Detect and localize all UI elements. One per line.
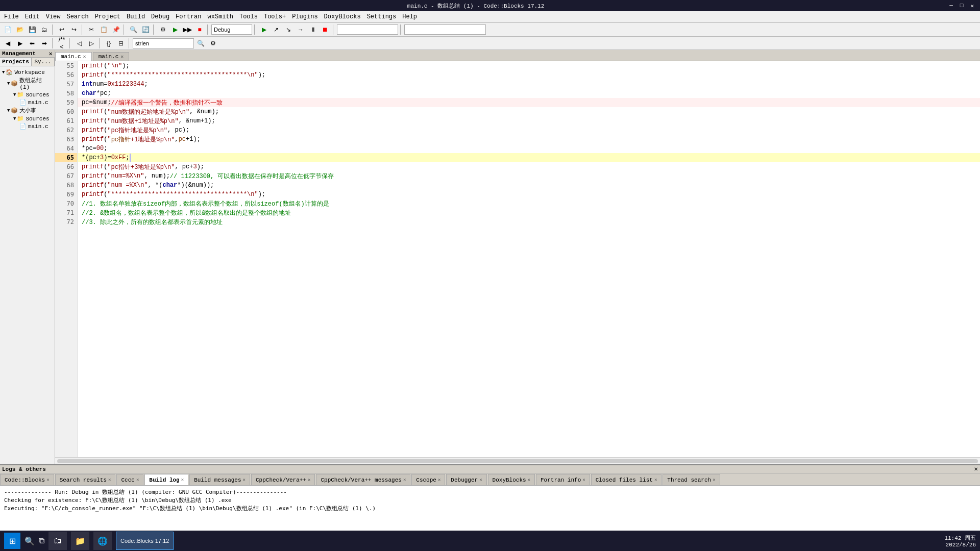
code-editor[interactable]: 55 56 57 58 59 60 61 62 63 64 65 66 67 6… [55,61,980,457]
tab-close-1[interactable]: ✕ [120,54,124,60]
build-btn[interactable]: ⚙ [157,24,168,35]
log-tab-close-threadsearch[interactable]: ✕ [713,477,715,483]
tree-mainc1[interactable]: 📄 main.c [1,98,54,106]
debug-stop-btn[interactable]: ⏹ [320,24,331,35]
debug-step-btn[interactable]: ↘ [283,24,294,35]
undo-btn[interactable]: ↩ [56,24,67,35]
tab-close-0[interactable]: ✕ [83,54,86,60]
log-tab-cscope[interactable]: Cscope✕ [411,474,445,485]
log-tab-close-cppcheck-msg[interactable]: ✕ [403,477,406,483]
log-tab-cppcheck-msg[interactable]: CppCheck/Vera++ messages✕ [316,474,410,485]
log-tab-close-cccc[interactable]: ✕ [136,477,139,483]
close-log-btn[interactable]: ✕ [974,466,978,472]
menu-search[interactable]: Search [63,12,91,21]
menu-build[interactable]: Build [124,12,148,21]
debug-next-btn[interactable]: → [295,24,306,35]
open-btn[interactable]: 📂 [14,24,26,35]
stop-btn[interactable]: ■ [194,24,205,35]
debug-btn[interactable]: ▶ [258,24,270,35]
taskbar-app-3[interactable]: 🌐 [93,532,112,550]
editor-tab-1[interactable]: main.c ✕ [93,52,130,61]
cut-btn[interactable]: ✂ [86,24,97,35]
log-tab-close-cscope[interactable]: ✕ [438,477,440,483]
search-btn[interactable]: 🔍 [195,38,206,49]
tab-symbols[interactable]: Sy... [32,58,55,66]
jump-fwd[interactable]: ➡ [39,38,50,49]
tree-dazi[interactable]: ▼ 📦 大小事 [1,106,54,115]
scope-combo[interactable]: <global> [337,24,398,35]
tree-project[interactable]: ▼ 📦 数组总结 (1) [1,76,54,91]
taskbar-app-1[interactable]: 🗂 [48,532,67,550]
menu-tools[interactable]: Tools [236,12,261,21]
paste-btn[interactable]: 📌 [110,24,121,35]
minimize-btn[interactable]: ─ [947,3,955,9]
copy-btn[interactable]: 📋 [98,24,109,35]
tree-mainc2[interactable]: 📄 main.c [1,122,54,130]
h-scrollbar-track[interactable] [57,459,978,463]
menu-plugins[interactable]: Plugins [289,12,321,21]
menu-fortran[interactable]: Fortran [173,12,204,21]
start-btn[interactable]: ⊞ [4,533,20,549]
save-all-btn[interactable]: 🗂 [39,24,50,35]
menu-project[interactable]: Project [92,12,124,21]
menu-view[interactable]: View [43,12,64,21]
bookmark-prev[interactable]: ◀ [2,38,13,49]
editor-tab-0[interactable]: main.c ✕ [55,52,92,61]
build-run-btn[interactable]: ▶▶ [182,24,193,35]
log-tab-cppcheck[interactable]: CppCheck/Vera++✕ [251,474,315,485]
log-tab-close-fortran[interactable]: ✕ [582,477,585,483]
titlebar-controls[interactable]: ─ □ ✕ [947,3,976,9]
menu-file[interactable]: File [1,12,22,21]
prev-btn[interactable]: ◁ [74,38,85,49]
toggle-fold[interactable]: ⊟ [115,38,127,49]
code-content[interactable]: printf("\n"); printf("******************… [78,61,980,457]
replace-btn[interactable]: 🔄 [140,24,151,35]
log-tab-close-buildmsg[interactable]: ✕ [243,477,246,483]
log-tab-close-search[interactable]: ✕ [108,477,111,483]
codeblocks-taskbar[interactable]: Code::Blocks 17.12 [116,532,174,550]
next-btn[interactable]: ▷ [86,38,97,49]
menu-settings[interactable]: Settings [364,12,400,21]
function-combo[interactable]: main() : int [404,24,486,35]
menu-edit[interactable]: Edit [22,12,43,21]
build-target-combo[interactable] [211,24,252,35]
log-tab-threadsearch[interactable]: Thread search✕ [663,474,720,485]
save-btn[interactable]: 💾 [27,24,38,35]
log-tab-debugger[interactable]: Debugger✕ [446,474,486,485]
menu-help[interactable]: Help [399,12,420,21]
redo-btn[interactable]: ↪ [68,24,80,35]
log-tab-codeblocks[interactable]: Code::Blocks✕ [0,474,54,485]
menu-wxsmith[interactable]: wxSmith [205,12,236,21]
tree-sources2[interactable]: ▼ 📁 Sources [1,115,54,122]
bookmark-next[interactable]: ▶ [14,38,26,49]
match-brace[interactable]: {} [103,38,114,49]
tree-workspace[interactable]: ▼ 🏠 Workspace [1,68,54,76]
log-tab-fortran[interactable]: Fortran info✕ [536,474,590,485]
taskview-btn[interactable]: ⧉ [39,536,44,545]
log-tab-closedfiles[interactable]: Closed files list✕ [591,474,662,485]
debug-continue-btn[interactable]: ↗ [271,24,282,35]
run-btn[interactable]: ▶ [169,24,181,35]
comment-btn[interactable]: /** < [56,38,67,49]
close-btn[interactable]: ✕ [968,3,976,9]
tab-projects[interactable]: Projects [0,58,32,66]
log-tab-close-cppcheck[interactable]: ✕ [308,477,310,483]
debug-pause-btn[interactable]: ⏸ [307,24,318,35]
close-panel-btn[interactable]: ✕ [48,51,53,57]
log-tab-close-codeblocks[interactable]: ✕ [46,477,49,483]
search-options[interactable]: ⚙ [207,38,218,49]
log-tab-search[interactable]: Search results✕ [55,474,116,485]
tree-sources1[interactable]: ▼ 📁 Sources [1,91,54,98]
menu-doxyblocks[interactable]: DoxyBlocks [321,12,364,21]
log-tab-close-closedfiles[interactable]: ✕ [654,477,657,483]
log-tab-cccc[interactable]: Cccc✕ [116,474,143,485]
find-btn[interactable]: 🔍 [128,24,139,35]
log-tab-buildlog[interactable]: Build log✕ [144,474,188,485]
new-btn[interactable]: 📄 [2,24,13,35]
h-scrollbar[interactable] [55,457,980,464]
search-input[interactable] [133,38,194,48]
menu-toolsplus[interactable]: Tools+ [261,12,289,21]
maximize-btn[interactable]: □ [958,3,966,9]
search-taskbar-btn[interactable]: 🔍 [24,536,35,546]
log-tab-close-doxyblocks[interactable]: ✕ [528,477,530,483]
